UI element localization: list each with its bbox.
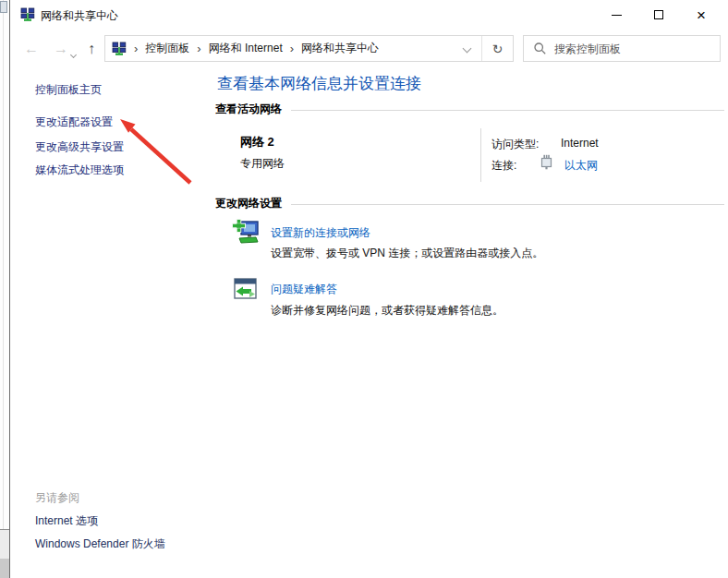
ethernet-link[interactable]: 以太网 (564, 158, 598, 174)
page-title: 查看基本网络信息并设置连接 (217, 73, 421, 94)
see-also-header: 另请参阅 (35, 490, 79, 506)
close-icon: × (697, 7, 706, 23)
background-window-icon-fragment (0, 1, 7, 13)
divider (291, 204, 724, 205)
maximize-button[interactable] (637, 0, 680, 30)
background-window-statusbar-fragment (0, 529, 9, 559)
breadcrumb-separator: › (127, 42, 145, 55)
change-network-settings-section-header: 更改网络设置 (215, 196, 724, 211)
up-button[interactable]: ↑ (78, 35, 105, 62)
refresh-button[interactable]: ↻ (482, 36, 513, 61)
annotation-arrow-icon (109, 111, 200, 188)
back-button[interactable]: ← (18, 35, 45, 62)
search-input[interactable] (554, 42, 698, 55)
minimize-icon (612, 15, 622, 16)
active-networks-section-header: 查看活动网络 (215, 102, 724, 117)
ethernet-icon (540, 153, 553, 170)
refresh-icon: ↻ (492, 42, 504, 56)
troubleshoot-problems-link[interactable]: 问题疑难解答 (271, 282, 337, 297)
setup-new-connection-description: 设置宽带、拨号或 VPN 连接；或设置路由器或接入点。 (271, 246, 543, 261)
divider (291, 110, 724, 111)
forward-icon: → (54, 41, 68, 57)
chevron-down-icon (70, 52, 77, 58)
up-icon: ↑ (88, 41, 95, 57)
network-icon (112, 42, 127, 56)
sidebar-item-control-panel-home[interactable]: 控制面板主页 (35, 82, 102, 98)
maximize-icon (654, 10, 663, 19)
breadcrumb-item-network-internet[interactable]: 网络和 Internet (209, 41, 283, 56)
close-button[interactable]: × (680, 0, 722, 30)
troubleshoot-icon (233, 277, 258, 302)
search-box[interactable] (523, 35, 721, 62)
background-window-border (3, 0, 4, 529)
window-title: 网络和共享中心 (41, 8, 118, 24)
network-name: 网络 2 (240, 134, 274, 151)
change-network-settings-label: 更改网络设置 (215, 196, 282, 211)
divider (480, 128, 481, 182)
minimize-button[interactable] (595, 0, 637, 30)
address-dropdown[interactable] (453, 39, 481, 55)
sidebar-item-change-adapter-settings[interactable]: 更改适配器设置 (35, 114, 113, 130)
access-type-value: Internet (561, 137, 599, 150)
access-type-label: 访问类型: (491, 137, 539, 152)
background-window-sliver (0, 0, 9, 578)
new-connection-icon (232, 219, 261, 247)
breadcrumb-item-control-panel[interactable]: 控制面板 (145, 41, 189, 56)
recent-pages-dropdown[interactable] (71, 44, 76, 61)
active-networks-label: 查看活动网络 (215, 102, 282, 117)
breadcrumb-separator: › (283, 42, 301, 55)
background-window-footer-fragment (0, 559, 9, 578)
breadcrumb-separator: › (189, 42, 208, 55)
troubleshoot-description: 诊断并修复网络问题，或者获得疑难解答信息。 (271, 303, 504, 319)
sidebar-item-windows-defender-firewall[interactable]: Windows Defender 防火墙 (35, 536, 165, 552)
breadcrumb: › 控制面板 › 网络和 Internet › 网络和共享中心 ↻ (104, 35, 514, 62)
network-type: 专用网络 (240, 156, 285, 172)
back-icon: ← (24, 41, 39, 57)
chevron-down-icon (463, 44, 472, 54)
breadcrumb-item-network-sharing-center[interactable]: 网络和共享中心 (301, 41, 379, 56)
sidebar-item-internet-options[interactable]: Internet 选项 (35, 513, 98, 529)
search-icon (534, 42, 546, 54)
connections-label: 连接: (491, 158, 516, 174)
network-icon (20, 7, 35, 22)
setup-new-connection-link[interactable]: 设置新的连接或网络 (271, 225, 370, 241)
